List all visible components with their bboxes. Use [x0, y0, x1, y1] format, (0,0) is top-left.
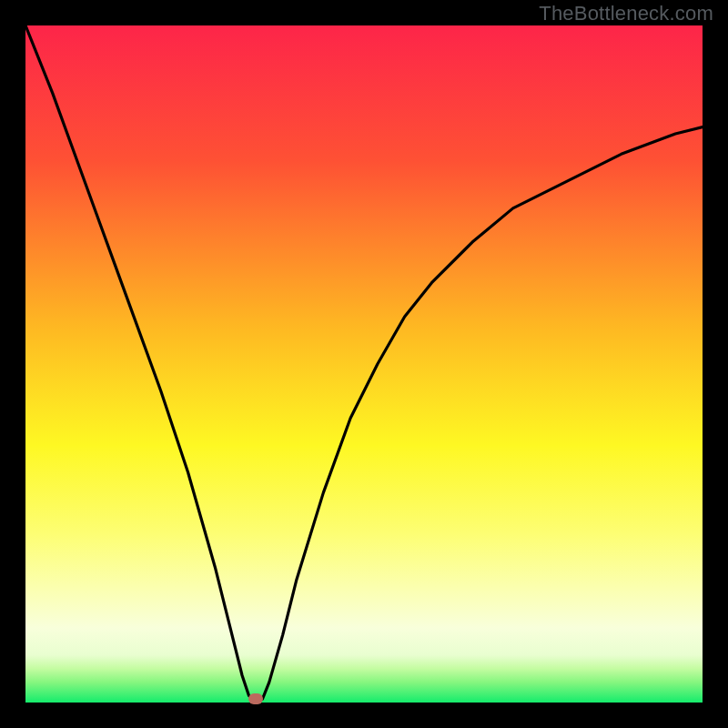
chart-frame: TheBottleneck.com	[0, 0, 728, 728]
minimum-marker	[248, 693, 263, 704]
plot-area	[25, 25, 703, 703]
source-watermark: TheBottleneck.com	[539, 2, 713, 25]
bottleneck-curve	[25, 25, 703, 703]
